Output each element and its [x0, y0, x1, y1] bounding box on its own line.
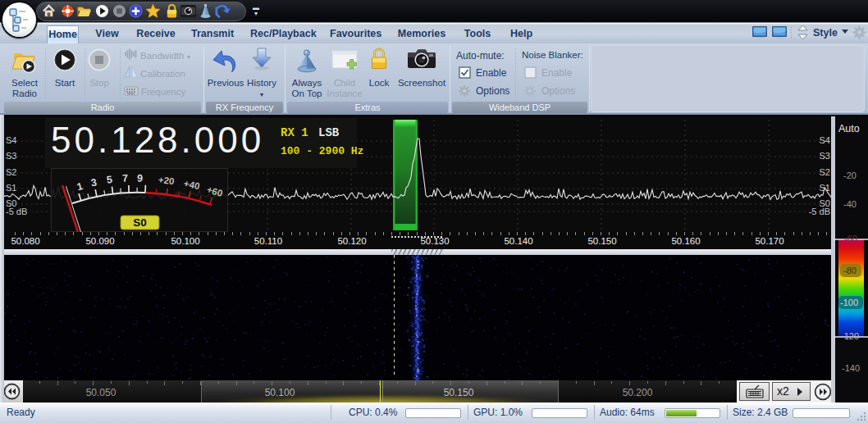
svg-text:1: 1 [75, 180, 84, 193]
svg-text:5: 5 [106, 174, 113, 186]
svg-text:-60: -60 [844, 234, 857, 243]
svg-text:+20: +20 [158, 175, 175, 186]
svg-text:9: 9 [137, 172, 143, 184]
svg-text:-120: -120 [841, 331, 859, 341]
svg-text:3: 3 [90, 176, 98, 189]
svg-text:S0: S0 [133, 216, 147, 229]
svg-text:7: 7 [122, 172, 129, 184]
svg-text:-80: -80 [843, 266, 857, 275]
svg-text:-100: -100 [840, 298, 858, 307]
svg-text:+40: +40 [183, 178, 201, 191]
svg-text:+60: +60 [206, 184, 224, 198]
